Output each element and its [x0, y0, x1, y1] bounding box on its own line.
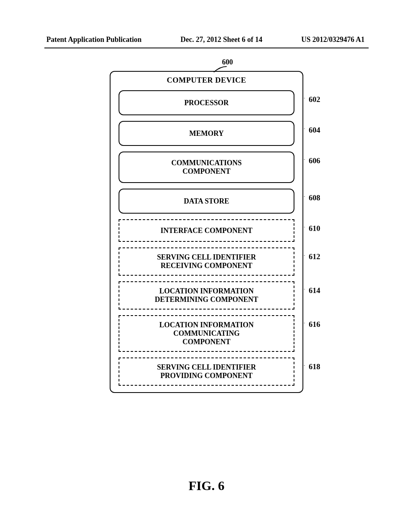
block-608: DATA STORE 608: [119, 189, 294, 214]
figure-label: FIG. 6: [189, 478, 225, 493]
header-left: Patent Application Publication: [46, 35, 142, 44]
block-618-box: SERVING CELL IDENTIFIER PROVIDING COMPON…: [119, 357, 294, 386]
ref-lead-610: [294, 227, 306, 227]
block-618: SERVING CELL IDENTIFIER PROVIDING COMPON…: [119, 357, 294, 386]
block-604: MEMORY 604: [119, 121, 294, 146]
ref-label-600: 600: [222, 58, 233, 66]
ref-num-608: 608: [309, 193, 321, 202]
ref-600-lead-line: [212, 66, 227, 73]
block-602: PROCESSOR 602: [119, 90, 294, 115]
ref-lead-612: [294, 255, 306, 256]
block-616-box: LOCATION INFORMATION COMMUNICATING COMPO…: [119, 315, 294, 352]
block-label-1: SERVING CELL IDENTIFIER: [123, 363, 290, 372]
block-610-box: INTERFACE COMPONENT: [119, 219, 294, 242]
block-label: MEMORY: [123, 129, 290, 138]
ref-lead-618: [294, 365, 306, 366]
header-divider: [44, 48, 369, 48]
ref-num-610: 610: [309, 224, 321, 233]
ref-num-614: 614: [309, 286, 321, 295]
block-label-2: COMPONENT: [123, 167, 290, 176]
block-614: LOCATION INFORMATION DETERMINING COMPONE…: [119, 281, 294, 310]
page-header: Patent Application Publication Dec. 27, …: [0, 35, 413, 44]
block-label-2: DETERMINING COMPONENT: [123, 295, 290, 304]
block-label-1: LOCATION INFORMATION: [123, 321, 290, 329]
ref-lead-606: [294, 159, 306, 160]
ref-num-604: 604: [309, 126, 321, 135]
ref-lead-616: [294, 322, 306, 323]
block-label-2: PROVIDING COMPONENT: [123, 372, 290, 380]
ref-lead-604: [294, 128, 306, 129]
block-label-1: COMMUNICATIONS: [123, 159, 290, 167]
header-middle: Dec. 27, 2012 Sheet 6 of 14: [181, 35, 263, 44]
ref-num-602: 602: [309, 95, 321, 104]
ref-num-616: 616: [309, 320, 321, 329]
block-606: COMMUNICATIONS COMPONENT 606: [119, 152, 294, 183]
ref-num-606: 606: [309, 156, 321, 165]
ref-num-612: 612: [309, 252, 321, 261]
block-612-box: SERVING CELL IDENTIFIER RECEIVING COMPON…: [119, 247, 294, 276]
block-616: LOCATION INFORMATION COMMUNICATING COMPO…: [119, 315, 294, 352]
block-606-box: COMMUNICATIONS COMPONENT: [119, 152, 294, 183]
block-label-2: RECEIVING COMPONENT: [123, 262, 290, 270]
block-612: SERVING CELL IDENTIFIER RECEIVING COMPON…: [119, 247, 294, 276]
ref-lead-614: [294, 289, 306, 289]
ref-lead-608: [294, 196, 306, 197]
outer-box-computer-device: COMPUTER DEVICE PROCESSOR 602 MEMORY 604…: [110, 71, 303, 393]
block-label: DATA STORE: [123, 197, 290, 206]
block-602-box: PROCESSOR: [119, 90, 294, 115]
block-604-box: MEMORY: [119, 121, 294, 146]
block-label-3: COMPONENT: [123, 338, 290, 346]
block-610: INTERFACE COMPONENT 610: [119, 219, 294, 242]
header-right: US 2012/0329476 A1: [301, 35, 365, 44]
block-608-box: DATA STORE: [119, 189, 294, 214]
ref-num-618: 618: [309, 362, 321, 371]
block-label-2: COMMUNICATING: [123, 329, 290, 338]
block-label: PROCESSOR: [123, 99, 290, 107]
diagram-container: 600 COMPUTER DEVICE PROCESSOR 602 MEMORY…: [110, 64, 303, 393]
block-label-1: LOCATION INFORMATION: [123, 287, 290, 295]
outer-box-title: COMPUTER DEVICE: [167, 76, 246, 85]
block-label: INTERFACE COMPONENT: [123, 227, 290, 235]
block-614-box: LOCATION INFORMATION DETERMINING COMPONE…: [119, 281, 294, 310]
block-label-1: SERVING CELL IDENTIFIER: [123, 253, 290, 262]
ref-lead-602: [294, 98, 306, 98]
